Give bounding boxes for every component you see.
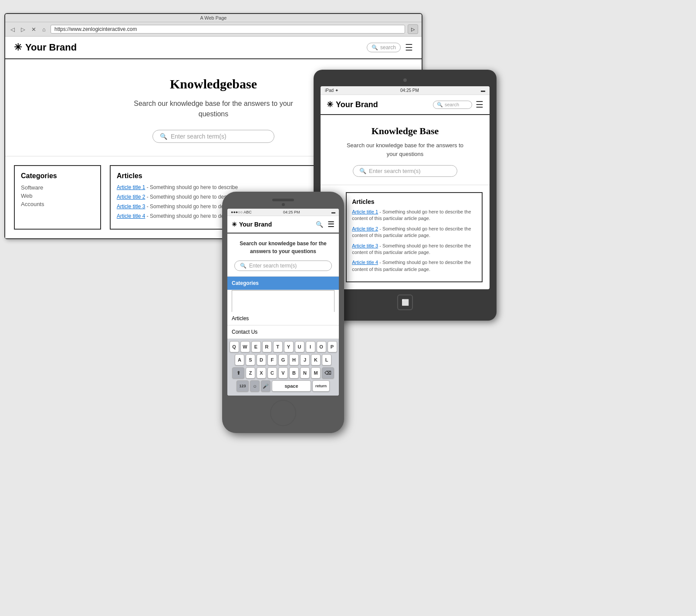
phone-home-button[interactable] bbox=[270, 400, 296, 426]
browser-title-bar: A Web Page bbox=[5, 14, 422, 22]
phone-brand: ✳ Your Brand bbox=[232, 221, 272, 228]
tablet-hamburger-icon[interactable]: ☰ bbox=[476, 99, 483, 110]
category-item-accounts[interactable]: Accounts bbox=[21, 201, 94, 207]
keyboard-row-3: ⬆ Z X C V B N M ⌫ bbox=[228, 367, 338, 379]
tablet-article-link-4[interactable]: Article title 4 bbox=[352, 260, 378, 265]
home-button[interactable]: ⌂ bbox=[40, 25, 48, 33]
hero-search-input[interactable]: 🔍 Enter search term(s) bbox=[152, 130, 274, 143]
browser-title-text: A Web Page bbox=[200, 15, 227, 20]
header-right: 🔍 search ☰ bbox=[367, 42, 413, 53]
tablet-header-right: 🔍 search ☰ bbox=[433, 99, 483, 110]
kb-key-h[interactable]: H bbox=[289, 354, 299, 366]
phone-nav-contact[interactable]: Contact Us bbox=[227, 325, 339, 339]
phone-hero-search-input[interactable]: 🔍 Enter search term(s) bbox=[234, 261, 332, 271]
kb-key-q[interactable]: Q bbox=[230, 341, 239, 352]
phone-nav-categories[interactable]: Categories bbox=[227, 277, 339, 290]
kb-key-i[interactable]: I bbox=[306, 341, 315, 352]
phone-search-icon[interactable]: 🔍 bbox=[316, 221, 323, 228]
tablet-articles-box: Articles Article title 1 - Something sho… bbox=[346, 192, 483, 282]
kb-key-n[interactable]: N bbox=[300, 367, 310, 379]
phone-brand-icon: ✳ bbox=[232, 221, 237, 228]
article-link-3[interactable]: Article title 3 bbox=[117, 203, 145, 210]
phone-nav-articles[interactable]: Articles bbox=[227, 312, 339, 325]
kb-key-g[interactable]: G bbox=[278, 354, 288, 366]
forward-button[interactable]: ▷ bbox=[19, 25, 27, 33]
browser-toolbar: ◁ ▷ ✕ ⌂ https://www.zenlogicinteractive.… bbox=[5, 22, 422, 37]
desktop-brand: ✳ Your Brand bbox=[14, 42, 77, 53]
kb-key-m[interactable]: M bbox=[311, 367, 321, 379]
phone-search-icon: 🔍 bbox=[240, 263, 247, 269]
tablet-article-link-3[interactable]: Article title 3 bbox=[352, 243, 378, 248]
article-link-4[interactable]: Article title 4 bbox=[117, 213, 145, 219]
kb-key-v[interactable]: V bbox=[278, 367, 288, 379]
tablet-status-left: iPad ✦ bbox=[325, 88, 338, 93]
kb-key-j[interactable]: J bbox=[300, 354, 310, 366]
category-item-software[interactable]: Software bbox=[21, 184, 94, 191]
phone-speaker bbox=[272, 199, 294, 201]
tablet-search-icon: 🔍 bbox=[437, 102, 443, 108]
tablet-hero-search-placeholder: Enter search term(s) bbox=[369, 168, 420, 174]
tablet-home-button[interactable]: ⬜ bbox=[397, 294, 413, 310]
header-search-box[interactable]: 🔍 search bbox=[367, 43, 401, 52]
hamburger-menu-icon[interactable]: ☰ bbox=[405, 42, 413, 53]
phone-hero: Search our knowledge base for theanswers… bbox=[227, 234, 339, 276]
kb-key-r[interactable]: R bbox=[262, 341, 272, 352]
phone-device: ●●●○○ ABC 04:25 PM ▬ ✳ Your Brand 🔍 ☰ Se… bbox=[222, 192, 344, 433]
tablet-article-item-2: Article title 2 - Something should go he… bbox=[352, 226, 476, 239]
phone-camera bbox=[282, 203, 285, 206]
kb-key-w[interactable]: W bbox=[240, 341, 250, 352]
brand-icon: ✳ bbox=[14, 42, 22, 53]
phone-keyboard: Q W E R T Y U I O P A S D F G H J K L bbox=[227, 339, 339, 396]
kb-numbers-key[interactable]: 123 bbox=[237, 380, 249, 392]
phone-hamburger-icon[interactable]: ☰ bbox=[328, 220, 334, 229]
kb-key-c[interactable]: C bbox=[267, 367, 277, 379]
phone-status-left: ●●●○○ ABC bbox=[231, 210, 252, 214]
phone-brand-name: Your Brand bbox=[239, 221, 272, 228]
article-link-1[interactable]: Article title 1 bbox=[117, 184, 145, 190]
phone-status-bar: ●●●○○ ABC 04:25 PM ▬ bbox=[227, 209, 339, 216]
tablet-header-search[interactable]: 🔍 search bbox=[433, 101, 472, 109]
tablet-camera bbox=[403, 78, 407, 82]
kb-key-k[interactable]: K bbox=[311, 354, 321, 366]
kb-delete-key[interactable]: ⌫ bbox=[322, 367, 334, 379]
kb-key-y[interactable]: Y bbox=[284, 341, 294, 352]
kb-key-l[interactable]: L bbox=[322, 354, 331, 366]
hero-search-placeholder: Enter search term(s) bbox=[171, 133, 226, 140]
phone-categories-box bbox=[232, 290, 334, 312]
kb-key-b[interactable]: B bbox=[289, 367, 299, 379]
tablet-hero-search-input[interactable]: 🔍 Enter search term(s) bbox=[353, 165, 457, 177]
kb-key-d[interactable]: D bbox=[257, 354, 266, 366]
kb-shift-key[interactable]: ⬆ bbox=[232, 367, 244, 379]
kb-key-p[interactable]: P bbox=[328, 341, 337, 352]
tablet-article-link-2[interactable]: Article title 2 bbox=[352, 226, 378, 231]
keyboard-row-4: 123 ☺ 🎤 space return bbox=[228, 380, 338, 392]
kb-key-u[interactable]: U bbox=[295, 341, 304, 352]
article-link-2[interactable]: Article title 2 bbox=[117, 194, 145, 200]
kb-key-o[interactable]: O bbox=[317, 341, 326, 352]
back-button[interactable]: ◁ bbox=[9, 25, 17, 33]
kb-mic-key[interactable]: 🎤 bbox=[261, 380, 270, 392]
kb-return-key[interactable]: return bbox=[312, 380, 330, 392]
kb-key-a[interactable]: A bbox=[235, 354, 244, 366]
stop-button[interactable]: ✕ bbox=[30, 25, 37, 33]
kb-emoji-key[interactable]: ☺ bbox=[250, 380, 260, 392]
kb-key-z[interactable]: Z bbox=[246, 367, 255, 379]
kb-key-t[interactable]: T bbox=[273, 341, 283, 352]
tablet-article-link-1[interactable]: Article title 1 bbox=[352, 209, 378, 214]
tablet-brand-name: Your Brand bbox=[336, 100, 378, 109]
categories-title: Categories bbox=[21, 172, 94, 180]
keyboard-row-2: A S D F G H J K L bbox=[228, 354, 338, 366]
tablet-status-right: ▬ bbox=[481, 88, 485, 93]
address-bar[interactable]: https://www.zenlogicinteractive.com bbox=[51, 25, 405, 34]
kb-key-s[interactable]: S bbox=[246, 354, 255, 366]
kb-space-key[interactable]: space bbox=[272, 380, 311, 392]
phone-status-right: ▬ bbox=[331, 210, 335, 214]
kb-key-f[interactable]: F bbox=[267, 354, 277, 366]
phone-status-center: 04:25 PM bbox=[283, 210, 300, 214]
tablet-hero: Knowledge Base Search our knowledge base… bbox=[321, 115, 490, 185]
go-button[interactable]: ▷ bbox=[408, 24, 418, 34]
kb-key-x[interactable]: X bbox=[257, 367, 266, 379]
category-item-web[interactable]: Web bbox=[21, 193, 94, 199]
tablet-article-item-3: Article title 3 - Something should go he… bbox=[352, 243, 476, 256]
kb-key-e[interactable]: E bbox=[251, 341, 261, 352]
